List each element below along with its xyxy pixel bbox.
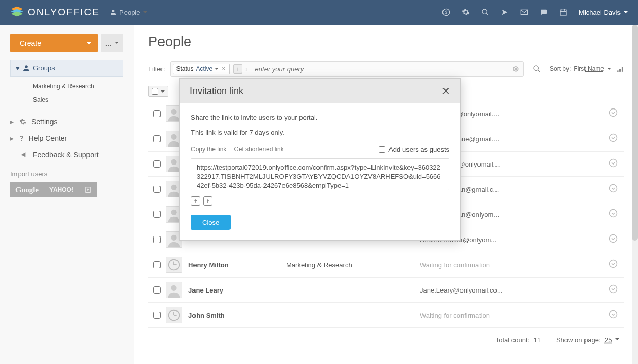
total-count-label: Total count: (495, 336, 530, 344)
svg-point-21 (610, 108, 617, 116)
row-menu-button[interactable] (603, 259, 624, 271)
modal-valid-text: This link is valid for 7 days only. (191, 129, 449, 136)
import-file-button[interactable] (79, 182, 97, 197)
sidebar-item-settings[interactable]: ▸ Settings (10, 114, 123, 130)
feed-icon[interactable] (501, 8, 509, 16)
filter-chip-status[interactable]: Status Active × (173, 64, 231, 74)
person-name[interactable]: Jane Leary (188, 286, 286, 294)
svg-point-36 (610, 234, 617, 242)
create-button[interactable]: Create (10, 34, 98, 52)
logo-text: ONLYOFFICE (28, 7, 100, 18)
sidebar-group-item[interactable]: Sales (10, 93, 123, 106)
invitation-link-field[interactable] (191, 158, 449, 190)
svg-rect-9 (560, 10, 566, 15)
svg-rect-8 (541, 10, 547, 14)
import-google-button[interactable]: Google (10, 182, 44, 197)
add-as-guests-checkbox[interactable]: Add users as guests (379, 145, 449, 153)
chevron-down-icon (607, 68, 611, 72)
add-filter-button[interactable]: + (233, 64, 242, 74)
modal-title: Invitation link (190, 86, 243, 97)
help-icon: ? (19, 134, 24, 142)
collapse-icon: ▾ (16, 64, 20, 72)
header: ONLYOFFICE People $ Michael Davis (0, 0, 638, 25)
total-count-value: 11 (533, 336, 540, 344)
close-button[interactable]: Close (191, 215, 231, 230)
scroll-thumb[interactable] (632, 25, 638, 241)
mail-icon[interactable] (520, 8, 528, 16)
row-checkbox[interactable] (153, 236, 161, 243)
sidebar-groups-header[interactable]: ▾ Groups (10, 60, 123, 77)
sort-direction-icon[interactable] (616, 65, 624, 72)
row-checkbox[interactable] (153, 261, 161, 268)
table-row: Jane LearyJane.Leary@onlyomail.co... (148, 278, 624, 303)
sidebar-item-feedback[interactable]: Feedback & Support (10, 147, 123, 163)
select-all-checkbox[interactable] (148, 86, 168, 97)
module-selector[interactable]: People (110, 9, 147, 16)
sidebar: Create ... ▾ Groups Marketing & Research… (0, 25, 134, 364)
shorten-link-button[interactable]: Get shortened link (234, 145, 283, 153)
remove-filter-icon[interactable]: × (221, 65, 226, 72)
row-checkbox[interactable] (153, 286, 161, 294)
person-email[interactable]: Jane.Leary@onlyomail.co... (420, 286, 603, 294)
chat-icon[interactable] (540, 8, 548, 16)
expand-icon: ▸ (10, 118, 14, 126)
row-menu-button[interactable] (603, 284, 624, 296)
person-department: Marketing & Research (286, 261, 420, 269)
clock-icon (166, 307, 182, 323)
svg-text:$: $ (445, 10, 448, 15)
calendar-icon[interactable] (559, 8, 568, 16)
user-menu[interactable]: Michael Davis (579, 9, 628, 16)
import-users-buttons: Google YAHOO! (10, 182, 123, 197)
onlyoffice-logo-icon (10, 6, 24, 19)
table-row: Henry MiltonMarketing & ResearchWaiting … (148, 252, 624, 278)
row-menu-button[interactable] (603, 184, 624, 195)
row-checkbox[interactable] (153, 211, 161, 218)
person-email: Waiting for confirmation (420, 261, 603, 269)
other-actions-button[interactable]: ... (101, 34, 123, 52)
svg-point-20 (171, 109, 176, 115)
filter-query-input[interactable] (251, 65, 508, 73)
search-button[interactable] (529, 61, 544, 77)
import-yahoo-button[interactable]: YAHOO! (44, 182, 79, 197)
sidebar-item-help[interactable]: ▸ ? Help Center (10, 130, 123, 147)
svg-rect-18 (622, 67, 623, 72)
person-name[interactable]: John Smith (188, 312, 286, 319)
clear-filter-icon[interactable]: ⊗ (508, 64, 523, 74)
row-checkbox[interactable] (153, 160, 161, 168)
per-page-selector[interactable]: 25 (605, 336, 612, 344)
row-menu-button[interactable] (603, 108, 624, 120)
row-checkbox[interactable] (153, 135, 161, 142)
copy-link-button[interactable]: Copy the link (191, 145, 226, 153)
close-icon[interactable]: ✕ (441, 85, 450, 97)
row-menu-button[interactable] (603, 133, 624, 145)
svg-point-35 (171, 235, 176, 241)
row-checkbox[interactable] (153, 186, 161, 193)
share-twitter-icon[interactable]: t (203, 196, 212, 206)
row-checkbox[interactable] (153, 312, 161, 319)
expand-icon: ▸ (10, 134, 14, 142)
chevron-down-icon (215, 68, 219, 72)
modal-intro-text: Share the link to invite users to your p… (191, 114, 449, 121)
person-name[interactable]: Henry Milton (188, 261, 286, 269)
sort-selector[interactable]: First Name (574, 65, 604, 72)
row-checkbox[interactable] (153, 110, 161, 117)
file-arrow-icon (84, 186, 92, 193)
chevron-down-icon (615, 338, 619, 342)
svg-line-15 (538, 70, 540, 72)
svg-rect-16 (617, 71, 619, 72)
gear-icon[interactable] (462, 8, 470, 16)
svg-point-41 (610, 260, 617, 267)
logo[interactable]: ONLYOFFICE (10, 6, 100, 19)
row-menu-button[interactable] (603, 209, 624, 221)
share-facebook-icon[interactable]: f (191, 196, 200, 206)
megaphone-icon (21, 151, 28, 158)
search-icon[interactable] (481, 8, 489, 16)
sidebar-group-item[interactable]: Marketing & Research (10, 80, 123, 93)
row-menu-button[interactable] (603, 158, 624, 170)
payments-icon[interactable]: $ (442, 8, 450, 16)
row-menu-button[interactable] (603, 234, 624, 246)
scrollbar[interactable] (632, 25, 638, 364)
row-menu-button[interactable] (603, 310, 624, 321)
search-icon (533, 65, 541, 73)
sidebar-groups-list: Marketing & Research Sales (10, 77, 123, 114)
